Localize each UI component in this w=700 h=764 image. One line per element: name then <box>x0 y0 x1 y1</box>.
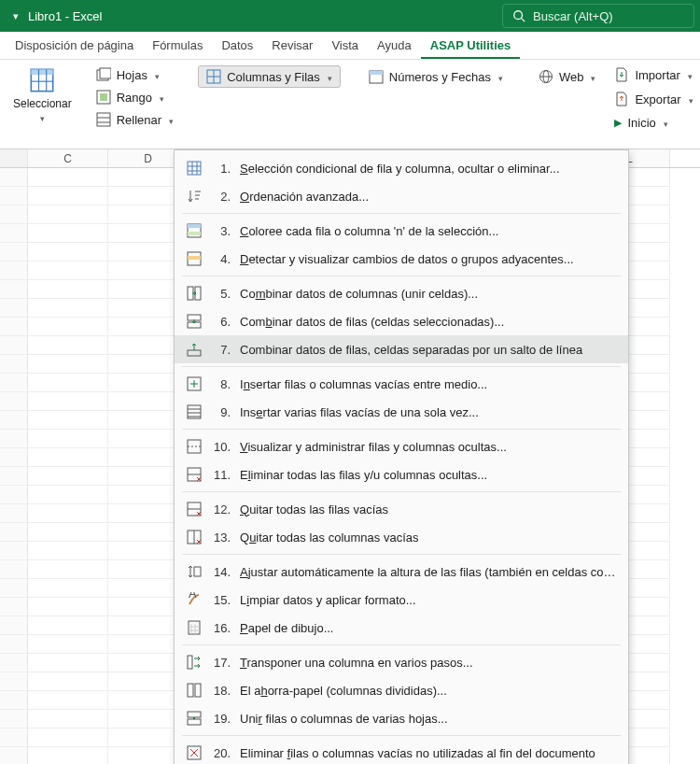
menu-item[interactable]: 14.Ajustar automáticamente la altura de … <box>175 558 628 586</box>
menu-item-label: Selección condicional de fila y columna,… <box>240 162 617 176</box>
title-bar: ▾ Libro1 - Excel Buscar (Alt+Q) <box>0 0 700 32</box>
sheets-icon <box>96 67 111 82</box>
range-icon <box>96 90 111 105</box>
sheets-button[interactable]: Hojas <box>92 65 177 84</box>
tab-help[interactable]: Ayuda <box>368 33 421 59</box>
menu-item-icon <box>186 654 203 671</box>
menu-item[interactable]: 3.Coloree cada fila o columna 'n' de la … <box>175 217 628 245</box>
menu-item-label: Insertar filas o columnas vacías entre m… <box>240 377 617 391</box>
menu-item-label: Unir filas o columnas de varias hojas... <box>240 712 617 726</box>
menu-item[interactable]: 9.Insertar varias filas vacías de una so… <box>175 398 628 426</box>
numbers-dates-button[interactable]: Números y Fechas <box>361 65 511 88</box>
menu-item-number: 8. <box>212 377 231 391</box>
menu-item-number: 17. <box>212 656 231 670</box>
menu-item-label: Eliminar filas o columnas vacías no util… <box>240 746 617 760</box>
tab-view[interactable]: Vista <box>322 33 368 59</box>
menu-item-icon <box>186 375 203 392</box>
export-button[interactable]: Exportar <box>610 90 696 108</box>
columns-rows-button[interactable]: Columnas y Filas <box>198 65 341 88</box>
tab-review[interactable]: Revisar <box>262 33 322 59</box>
grid-icon <box>206 69 221 84</box>
menu-item-number: 15. <box>212 593 231 607</box>
search-input[interactable]: Buscar (Alt+Q) <box>502 4 694 28</box>
menu-item-number: 2. <box>212 190 231 204</box>
menu-item[interactable]: 4.Detectar y visualizar cambios de datos… <box>175 245 628 273</box>
range-button[interactable]: Rango <box>92 88 177 106</box>
menu-item[interactable]: 6.Combinar datos de filas (celdas selecc… <box>175 307 628 335</box>
tab-page-layout[interactable]: Disposición de página <box>6 33 143 59</box>
menu-item-icon <box>186 619 203 636</box>
menu-item-label: Transponer una columna en varios pasos..… <box>240 656 617 670</box>
import-icon <box>614 67 629 82</box>
menu-item-label: Limpiar datos y aplicar formato... <box>240 593 617 607</box>
menu-item-label: Insertar varias filas vacías de una sola… <box>240 405 617 419</box>
home-button[interactable]: ▶ Inicio <box>610 114 696 132</box>
column-header[interactable]: C <box>28 149 108 167</box>
menu-item-icon <box>186 682 203 699</box>
menu-item-icon <box>186 466 203 483</box>
menu-item-icon <box>186 438 203 455</box>
menu-item[interactable]: 7.Combinar datos de filas, celdas separa… <box>175 335 628 363</box>
menu-item-label: Detectar y visualizar cambios de datos o… <box>240 252 617 266</box>
menu-item[interactable]: 19.Unir filas o columnas de varias hojas… <box>175 704 628 732</box>
menu-item-icon <box>186 222 203 239</box>
web-button[interactable]: Web <box>531 65 604 88</box>
menu-item[interactable]: 12.Quitar todas las filas vacías <box>175 495 628 523</box>
menu-item-number: 18. <box>212 684 231 698</box>
menu-item-icon <box>186 529 203 545</box>
search-icon <box>512 9 525 22</box>
menu-item-label: El ahorra-papel (columnas divididas)... <box>240 684 617 698</box>
menu-item[interactable]: 17.Transponer una columna en varios paso… <box>175 648 628 676</box>
menu-item[interactable]: 15.Limpiar datos y aplicar formato... <box>175 586 628 614</box>
column-header[interactable] <box>0 149 28 167</box>
select-button[interactable]: Seleccionar ▾ <box>7 65 77 125</box>
menu-item-label: Coloree cada fila o columna 'n' de la se… <box>240 224 617 238</box>
menu-item-label: Eliminar todas las filas y/u columnas oc… <box>240 468 617 482</box>
menu-item-label: Papel de dibujo... <box>240 621 617 635</box>
svg-rect-18 <box>370 71 383 75</box>
calendar-icon <box>369 69 384 84</box>
fill-button[interactable]: Rellenar <box>92 110 177 129</box>
tab-formulas[interactable]: Fórmulas <box>143 33 212 59</box>
menu-item[interactable]: 11.Eliminar todas las filas y/u columnas… <box>175 460 628 488</box>
ribbon-tabs: Disposición de página Fórmulas Datos Rev… <box>0 32 700 60</box>
menu-item[interactable]: 20.Eliminar filas o columnas vacías no u… <box>175 739 628 764</box>
menu-item-icon <box>186 285 203 302</box>
columns-rows-dropdown-menu: 1.Selección condicional de fila y column… <box>174 149 629 764</box>
svg-line-1 <box>522 19 525 22</box>
svg-point-0 <box>514 11 523 20</box>
ribbon: Seleccionar ▾ Hojas Rango Rellenar Colum… <box>0 60 700 149</box>
menu-item-label: Combinar datos de filas, celdas separada… <box>240 343 617 357</box>
menu-item-label: Quitar todas las columnas vacías <box>240 531 617 545</box>
menu-item-label: Visualizar y administrar filas y columna… <box>240 440 617 454</box>
menu-item-label: Combinar datos de columnas (unir celdas)… <box>240 287 617 301</box>
svg-rect-10 <box>100 93 107 101</box>
search-placeholder: Buscar (Alt+Q) <box>533 9 613 23</box>
select-label: Seleccionar <box>13 97 72 110</box>
menu-item-icon <box>186 188 203 205</box>
menu-item-number: 4. <box>212 252 231 266</box>
menu-item-icon <box>186 313 203 330</box>
menu-item[interactable]: 8.Insertar filas o columnas vacías entre… <box>175 370 628 398</box>
quick-access-chevron-icon[interactable]: ▾ <box>13 10 19 22</box>
menu-item-number: 9. <box>212 405 231 419</box>
menu-item-label: Ajustar automáticamente la altura de las… <box>240 565 617 579</box>
menu-item[interactable]: 10.Visualizar y administrar filas y colu… <box>175 432 628 460</box>
fill-icon <box>96 112 111 127</box>
menu-item[interactable]: 2.Ordenación avanzada... <box>175 182 628 210</box>
menu-item[interactable]: 16.Papel de dibujo... <box>175 614 628 642</box>
menu-item[interactable]: 1.Selección condicional de fila y column… <box>175 154 628 182</box>
menu-item[interactable]: 18.El ahorra-papel (columnas divididas).… <box>175 676 628 704</box>
menu-item[interactable]: 13.Quitar todas las columnas vacías <box>175 523 628 551</box>
menu-item-icon <box>186 341 203 358</box>
svg-rect-11 <box>97 113 110 126</box>
import-button[interactable]: Importar <box>610 65 696 84</box>
globe-icon <box>539 69 553 84</box>
menu-item-number: 6. <box>212 315 231 329</box>
worksheet[interactable]: CDEL 1.Selección condicional de fila y c… <box>0 149 700 764</box>
menu-item-label: Combinar datos de filas (celdas seleccio… <box>240 315 617 329</box>
tab-data[interactable]: Datos <box>212 33 262 59</box>
tab-asap-utilities[interactable]: ASAP Utilities <box>421 33 520 59</box>
menu-item[interactable]: 5.Combinar datos de columnas (unir celda… <box>175 279 628 307</box>
menu-item-icon <box>186 744 203 761</box>
